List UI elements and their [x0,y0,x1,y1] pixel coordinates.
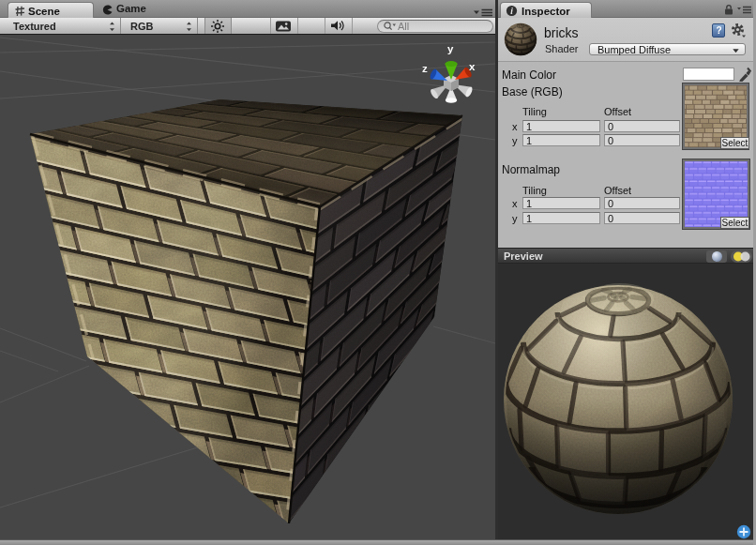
svg-text:i: i [510,7,513,16]
svg-text:y: y [447,43,454,54]
svg-text:z: z [422,63,428,74]
svg-text:x: x [469,61,476,72]
